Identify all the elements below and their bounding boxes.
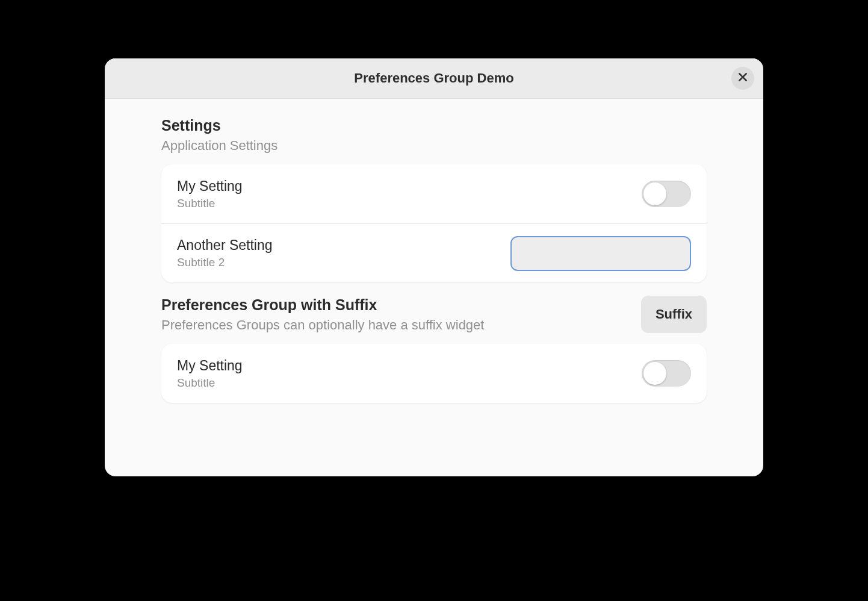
row-subtitle: Subtitle — [177, 197, 243, 210]
row-text: My Setting Subtitle — [177, 178, 243, 210]
prefs-group-with-suffix: Preferences Group with Suffix Preference… — [161, 296, 707, 403]
row-text: Another Setting Subtitle 2 — [177, 237, 273, 269]
prefs-group-settings: Settings Application Settings My Setting… — [161, 117, 707, 282]
group-header: Preferences Group with Suffix Preference… — [161, 296, 707, 333]
entry-input[interactable] — [510, 236, 691, 271]
content-area: Settings Application Settings My Setting… — [105, 99, 763, 476]
switch-knob — [643, 362, 666, 385]
row-subtitle: Subtitle — [177, 376, 243, 390]
switch-knob — [643, 182, 666, 205]
row-subtitle: Subtitle 2 — [177, 256, 273, 269]
group-description: Application Settings — [161, 138, 277, 154]
group-rows: My Setting Subtitle — [161, 344, 707, 403]
headerbar: Preferences Group Demo — [105, 58, 763, 99]
close-icon — [737, 72, 748, 85]
group-header-text: Preferences Group with Suffix Preference… — [161, 296, 484, 333]
switch-toggle[interactable] — [642, 360, 691, 387]
close-button[interactable] — [731, 67, 754, 90]
switch-row[interactable]: My Setting Subtitle — [161, 344, 707, 403]
entry-row[interactable]: Another Setting Subtitle 2 — [161, 223, 707, 282]
window-title: Preferences Group Demo — [354, 70, 513, 86]
row-title: My Setting — [177, 178, 243, 195]
group-description: Preferences Groups can optionally have a… — [161, 317, 484, 333]
suffix-button[interactable]: Suffix — [641, 296, 707, 333]
group-title: Settings — [161, 117, 277, 134]
group-title: Preferences Group with Suffix — [161, 296, 484, 314]
row-title: My Setting — [177, 358, 243, 374]
row-title: Another Setting — [177, 237, 273, 254]
switch-row[interactable]: My Setting Subtitle — [161, 164, 707, 223]
group-header: Settings Application Settings — [161, 117, 707, 154]
row-text: My Setting Subtitle — [177, 358, 243, 390]
group-rows: My Setting Subtitle Another Setting Subt… — [161, 164, 707, 282]
window: Preferences Group Demo Settings Applicat… — [105, 58, 763, 476]
switch-toggle[interactable] — [642, 181, 691, 207]
group-header-text: Settings Application Settings — [161, 117, 277, 154]
